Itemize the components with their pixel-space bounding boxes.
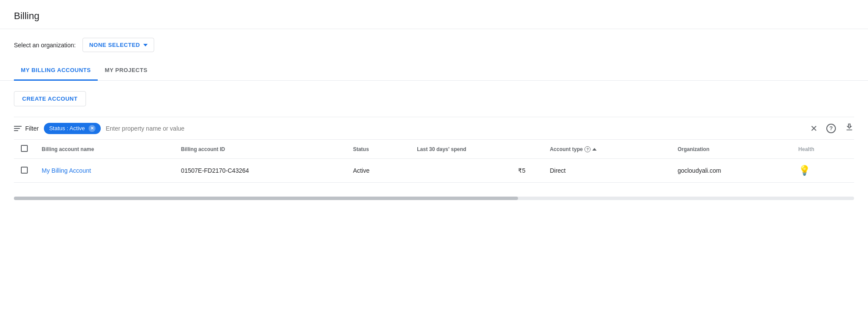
billing-account-link[interactable]: My Billing Account [42,167,91,174]
col-header-id: Billing account ID [174,140,346,159]
horizontal-scrollbar[interactable] [14,197,854,200]
account-type-help-icon[interactable]: ? [584,146,591,152]
row-status: Active [346,159,410,183]
filter-button[interactable]: Filter [14,125,39,132]
col-header-spend: Last 30 days' spend [410,140,543,159]
health-warning-icon: 💡 [799,165,810,176]
org-label: Select an organization: [14,42,76,49]
account-type-sort-icon[interactable] [592,148,597,151]
help-icon[interactable]: ? [826,124,836,133]
row-account-name: My Billing Account [35,159,174,183]
filter-line-3 [14,130,18,131]
filter-bar: Filter Status : Active ✕ ✕ ? [14,117,854,140]
col-header-org: Organization [670,140,791,159]
download-icon[interactable] [845,122,854,134]
org-selector-row: Select an organization: NONE SELECTED [0,29,868,61]
col-header-type: Account type ? [543,140,670,159]
select-all-checkbox[interactable] [21,145,28,152]
select-all-header [14,140,35,159]
tab-my-projects[interactable]: MY PROJECTS [98,61,154,81]
create-account-button[interactable]: CREATE ACCOUNT [14,91,86,106]
org-dropdown[interactable]: NONE SELECTED [83,38,154,52]
main-content: CREATE ACCOUNT Filter Status : Active ✕ … [0,81,868,193]
filter-actions: ✕ ? [810,122,854,134]
row-checkbox[interactable] [21,167,28,174]
row-account-id: 01507E-FD2170-C43264 [174,159,346,183]
billing-table: Billing account name Billing account ID … [14,140,854,183]
chip-close-icon[interactable]: ✕ [89,125,96,132]
filter-line-1 [14,126,22,127]
clear-filter-icon[interactable]: ✕ [810,123,818,134]
filter-input[interactable] [106,125,805,132]
page-title: Billing [14,10,40,21]
status-filter-chip[interactable]: Status : Active ✕ [44,123,100,134]
tab-billing-accounts[interactable]: MY BILLING ACCOUNTS [14,61,98,81]
table-row: My Billing Account 01507E-FD2170-C43264 … [14,159,854,183]
col-header-name: Billing account name [35,140,174,159]
billing-page: Billing Select an organization: NONE SEL… [0,0,868,309]
row-checkbox-cell [14,159,35,183]
table-header-row: Billing account name Billing account ID … [14,140,854,159]
row-org: gocloudyali.com [670,159,791,183]
filter-lines-icon [14,126,22,131]
filter-line-2 [14,128,20,129]
chip-text: Status : Active [49,125,85,131]
dropdown-arrow-icon [143,44,148,46]
col-header-status: Status [346,140,410,159]
row-spend: ₹5 [410,159,543,183]
scrollbar-thumb [14,197,518,200]
row-health: 💡 [792,159,854,183]
filter-label: Filter [25,125,39,132]
row-type: Direct [543,159,670,183]
org-dropdown-text: NONE SELECTED [89,42,140,48]
tab-bar: MY BILLING ACCOUNTS MY PROJECTS [0,61,868,81]
col-header-health: Health [792,140,854,159]
page-header: Billing [0,0,868,29]
